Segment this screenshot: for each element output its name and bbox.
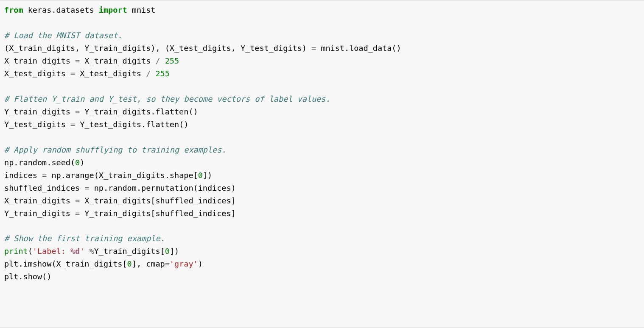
code-text: .flatten()	[141, 120, 188, 129]
keyword-from: from	[4, 6, 23, 14]
code-text: X_train_digits	[84, 56, 151, 65]
operator: =	[75, 107, 80, 116]
code-text: (X_train_digits, Y_train_digits), (X_tes…	[4, 44, 307, 53]
code-text: X_train_digits	[4, 56, 70, 65]
string-literal: 'Label:	[33, 247, 70, 256]
operator: =	[165, 259, 170, 268]
code-text: Y_train_digits	[4, 107, 70, 116]
code-text: .arange(X_train_digits	[61, 171, 165, 180]
code-text: (	[28, 247, 33, 256]
code-text: .permutation(indices)	[137, 183, 236, 192]
code-text: .load_data()	[344, 44, 401, 53]
code-cell[interactable]: from keras.datasets import mnist # Load …	[0, 0, 644, 328]
comment: # Flatten Y_train and Y_test, so they be…	[4, 95, 330, 103]
number-literal: 255	[165, 56, 179, 65]
string-format: %d	[70, 247, 80, 256]
code-text: shuffled_indices	[4, 183, 80, 192]
module-name: keras.datasets	[28, 6, 94, 14]
code-text: .imshow(X_train_digits[	[18, 259, 127, 268]
comment: # Show the first training example.	[4, 234, 165, 243]
code-text: Y_test_digits	[4, 120, 66, 129]
code-text: ], cmap	[132, 259, 165, 268]
code-text: np	[94, 183, 104, 192]
code-text: ])	[170, 247, 179, 256]
operator: /	[146, 69, 151, 78]
operator: =	[75, 56, 80, 65]
code-text: X_train_digits	[4, 196, 70, 205]
operator: /	[155, 56, 160, 65]
code-text: ])	[203, 171, 212, 180]
code-text: Y_train_digits[	[94, 247, 165, 256]
number-literal: 255	[155, 69, 169, 78]
code-text: mnist	[321, 44, 344, 53]
operator: =	[75, 209, 80, 218]
builtin-print: print	[4, 247, 28, 256]
operator: =	[42, 171, 47, 180]
code-text: Y_train_digits	[84, 107, 151, 116]
number-literal: 0	[198, 171, 203, 180]
code-text: Y_train_digits	[4, 209, 70, 218]
code-text: X_test_digits	[4, 69, 66, 78]
operator: =	[311, 44, 316, 53]
code-text: X_train_digits[shuffled_indices]	[84, 196, 235, 205]
code-text: plt	[4, 272, 18, 281]
code-text: Y_train_digits[shuffled_indices]	[84, 209, 235, 218]
code-text: .flatten()	[151, 107, 198, 116]
code-block[interactable]: from keras.datasets import mnist # Load …	[4, 4, 640, 283]
number-literal: 0	[127, 259, 132, 268]
code-text: np	[51, 171, 61, 180]
keyword-import: import	[99, 6, 127, 14]
code-text: .seed(	[47, 158, 75, 167]
string-literal: '	[80, 247, 84, 256]
code-text: )	[80, 158, 84, 167]
code-text: .shape[	[165, 171, 198, 180]
operator: =	[70, 69, 75, 78]
code-text: plt	[4, 259, 18, 268]
operator: =	[84, 183, 89, 192]
operator: =	[75, 196, 80, 205]
code-text: np	[4, 158, 14, 167]
code-text	[84, 247, 89, 256]
operator: =	[70, 120, 75, 129]
code-text: Y_test_digits	[80, 120, 141, 129]
code-text: X_test_digits	[80, 69, 141, 78]
code-text: indices	[4, 171, 37, 180]
comment: # Load the MNIST dataset.	[4, 31, 122, 40]
code-text: .show()	[18, 272, 51, 281]
string-literal: 'gray'	[170, 259, 198, 268]
operator: %	[90, 247, 94, 256]
number-literal: 0	[75, 158, 80, 167]
comment: # Apply random shufflying to training ex…	[4, 145, 226, 154]
code-text: )	[198, 259, 203, 268]
code-text: .random	[104, 183, 137, 192]
code-text: .random	[14, 158, 47, 167]
number-literal: 0	[165, 247, 170, 256]
module-name: mnist	[132, 6, 156, 14]
